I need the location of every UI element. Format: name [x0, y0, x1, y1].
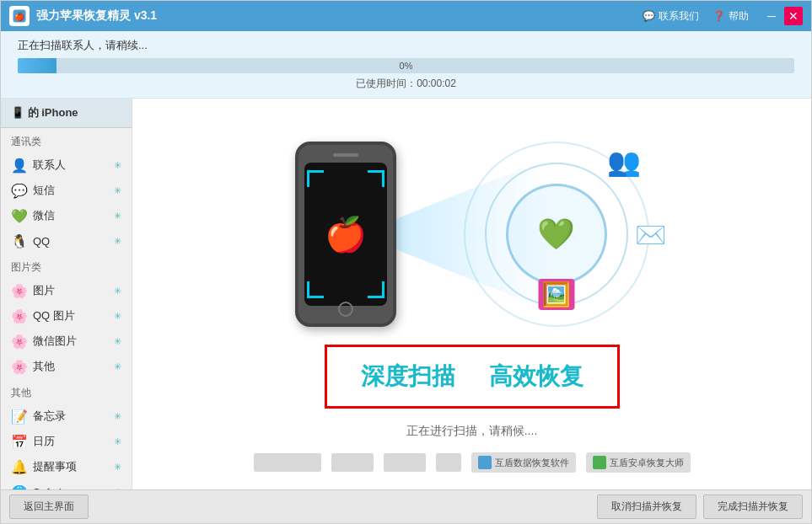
illustration: 🍎 💚 👥 🖼️ [149, 115, 794, 353]
sidebar-item-calendar[interactable]: 📅 日历 ✳ [1, 429, 132, 454]
safari-icon: 🌐 [11, 484, 28, 489]
time-label: 已使用时间：00:00:02 [18, 77, 794, 91]
sms-label: 短信 [33, 183, 109, 198]
reminders-label: 提醒事项 [33, 459, 109, 474]
calendar-icon: 📅 [11, 433, 28, 450]
section-title-photo: 图片类 [1, 254, 132, 278]
sms-icon: 💬 [11, 182, 28, 199]
center-wechat-icon: 💚 [537, 217, 575, 252]
sidebar-item-qq-photos[interactable]: 🌸 QQ 图片 ✳ [1, 303, 132, 329]
progress-fill [18, 58, 56, 73]
notes-icon: 📝 [11, 408, 28, 425]
scan-corner-tl [307, 170, 324, 187]
phone-container: 🍎 [295, 142, 396, 327]
ad-placeholder-3 [384, 453, 426, 472]
ad-placeholder-4 [436, 453, 461, 472]
section-title-comm: 通讯类 [1, 128, 132, 152]
sidebar-item-reminders[interactable]: 🔔 提醒事项 ✳ [1, 454, 132, 479]
scan-corner-tr [368, 170, 384, 187]
complete-scan-button[interactable]: 完成扫描并恢复 [703, 495, 803, 519]
titlebar: 🍎 强力苹果恢复精灵 v3.1 💬 联系我们 ❓ 帮助 ─ ✕ [1, 1, 811, 31]
wechat-photos-label: 微信图片 [33, 334, 109, 349]
sidebar-item-qq[interactable]: 🐧 QQ ✳ [1, 228, 132, 254]
other-photos-label: 其他 [33, 359, 109, 374]
footer-buttons: 返回主界面 [9, 495, 89, 519]
app-icon: 🍎 [9, 6, 30, 26]
bottom-ad-row: 互盾数据恢复软件 互盾安卓恢复大师 [254, 452, 691, 473]
phone-body: 🍎 [295, 142, 396, 327]
svg-text:🍎: 🍎 [14, 11, 25, 22]
photos-label: 图片 [33, 283, 109, 298]
bottombar: 返回主界面 取消扫描并恢复 完成扫描并恢复 [1, 489, 811, 523]
device-label: 📱 的 iPhone [1, 99, 132, 128]
qq-photos-icon: 🌸 [11, 307, 28, 324]
sidebar-item-wechat-photos[interactable]: 🌸 微信图片 ✳ [1, 329, 132, 354]
notes-label: 备忘录 [33, 409, 109, 424]
scan-corner-bl [307, 281, 324, 298]
contact-button[interactable]: 💬 联系我们 [643, 9, 699, 24]
apple-logo: 🍎 [325, 215, 367, 254]
qq-label: QQ [33, 235, 109, 248]
progress-bar: 0% [18, 58, 794, 73]
phone-speaker [333, 153, 358, 157]
close-button[interactable]: ✕ [784, 7, 803, 25]
contacts-icon: 👤 [11, 157, 28, 174]
sidebar-item-contacts[interactable]: 👤 联系人 ✳ [1, 152, 132, 178]
ad-placeholder-2 [331, 453, 374, 472]
ad-placeholder-1 [254, 453, 321, 472]
minimize-button[interactable]: ─ [762, 7, 781, 25]
ad-data-recovery-button[interactable]: 互盾数据恢复软件 [471, 452, 576, 473]
cancel-scan-button[interactable]: 取消扫描并恢复 [597, 495, 696, 519]
section-title-other: 其他 [1, 379, 132, 404]
qq-icon: 🐧 [11, 233, 28, 249]
sidebar-item-wechat[interactable]: 💚 微信 ✳ [1, 203, 132, 228]
scan-text: 正在扫描联系人，请稍续... [18, 38, 794, 53]
wechat-label: 微信 [33, 208, 109, 223]
sidebar-item-notes[interactable]: 📝 备忘录 ✳ [1, 404, 132, 429]
help-icon: ❓ [713, 10, 725, 22]
device-icon: 📱 [11, 106, 24, 119]
wechat-photos-icon: 🌸 [11, 333, 28, 350]
ad-logo-1 [478, 456, 492, 469]
calendar-label: 日历 [33, 434, 109, 449]
phone-home-button [338, 302, 353, 317]
back-home-button[interactable]: 返回主界面 [9, 495, 89, 519]
main-layout: 📱 的 iPhone 通讯类 👤 联系人 ✳ 💬 短信 ✳ 💚 微信 ✳ � [1, 99, 811, 489]
sidebar-item-safari[interactable]: 🌐 Safari ✳ [1, 479, 132, 489]
photos-icon: 🌸 [11, 282, 28, 299]
sidebar-item-sms[interactable]: 💬 短信 ✳ [1, 178, 132, 203]
footer-action-buttons: 取消扫描并恢复 完成扫描并恢复 [597, 495, 803, 519]
wechat-icon: 💚 [11, 207, 28, 224]
app-title: 强力苹果恢复精灵 v3.1 [36, 8, 636, 24]
scan-corner-br [368, 281, 384, 298]
chat-icon: 💬 [643, 10, 655, 22]
floating-contacts-icon: 👥 [607, 146, 641, 178]
ad-data-recovery-label: 互盾数据恢复软件 [495, 457, 569, 469]
scanbar: 正在扫描联系人，请稍续... 0% 已使用时间：00:00:02 [1, 31, 811, 99]
sidebar: 📱 的 iPhone 通讯类 👤 联系人 ✳ 💬 短信 ✳ 💚 微信 ✳ � [1, 99, 132, 489]
contacts-label: 联系人 [33, 158, 109, 173]
ad-logo-2 [593, 456, 606, 469]
scan-box: 深度扫描 高效恢复 [325, 345, 620, 409]
reminders-icon: 🔔 [11, 458, 28, 475]
efficient-recovery-text: 高效恢复 [489, 361, 583, 393]
titlebar-controls: 💬 联系我们 ❓ 帮助 ─ ✕ [643, 7, 803, 25]
deep-scan-text: 深度扫描 [361, 361, 455, 393]
content-area: 🍎 💚 👥 🖼️ [132, 99, 811, 489]
sidebar-item-other-photos[interactable]: 🌸 其他 ✳ [1, 354, 132, 379]
other-photos-icon: 🌸 [11, 358, 28, 375]
floating-photo-icon: 🖼️ [538, 279, 574, 310]
ad-android-recovery-button[interactable]: 互盾安卓恢复大师 [586, 452, 691, 473]
sidebar-item-photos[interactable]: 🌸 图片 ✳ [1, 278, 132, 303]
scan-status-text: 正在进行扫描，请稍候.... [406, 424, 538, 439]
app-window: 🍎 强力苹果恢复精灵 v3.1 💬 联系我们 ❓ 帮助 ─ ✕ 正在扫描联系人，… [0, 0, 812, 524]
qq-photos-label: QQ 图片 [33, 308, 109, 323]
floating-email-icon: ✉️ [635, 220, 666, 249]
ad-android-recovery-label: 互盾安卓恢复大师 [610, 457, 684, 469]
window-buttons: ─ ✕ [762, 7, 803, 25]
progress-label: 0% [400, 61, 413, 71]
help-button[interactable]: ❓ 帮助 [713, 9, 749, 24]
